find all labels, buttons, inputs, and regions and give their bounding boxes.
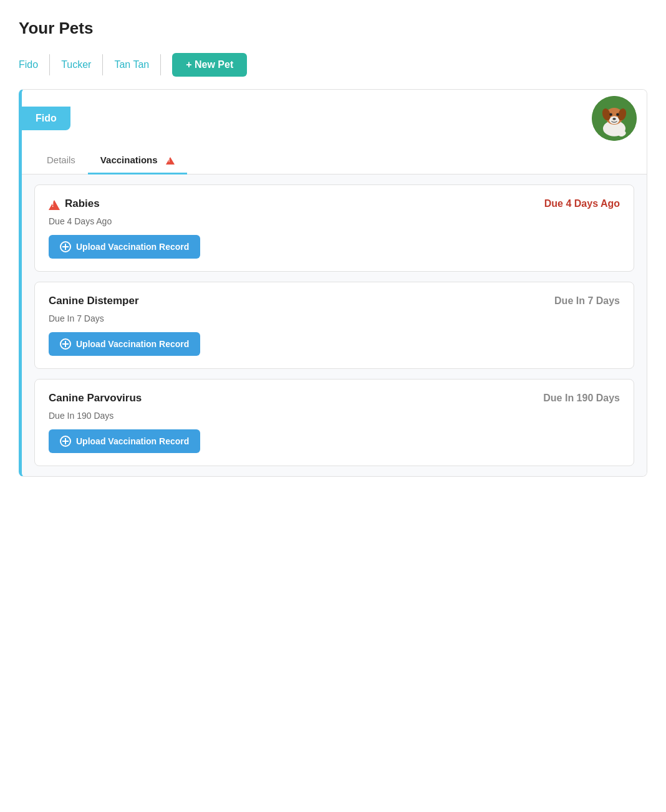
alert-icon: ! bbox=[163, 155, 175, 165]
tab-vaccinations[interactable]: Vaccinations ! bbox=[88, 147, 187, 174]
pet-tab-fido[interactable]: Fido bbox=[19, 54, 50, 75]
vax-card-distemper: Canine Distemper Due In 7 Days Due In 7 … bbox=[34, 282, 634, 369]
vax-name-distemper: Canine Distemper bbox=[49, 295, 139, 307]
pet-tab-tan-tan[interactable]: Tan Tan bbox=[103, 54, 161, 75]
vax-card-parvovirus: Canine Parvovirus Due In 190 Days Due In… bbox=[34, 379, 634, 466]
sub-tabs: Details Vaccinations ! bbox=[22, 147, 647, 174]
vax-due-right-rabies: Due 4 Days Ago bbox=[544, 198, 620, 209]
vaccinations-list: ! Rabies Due 4 Days Ago Due 4 Days Ago U… bbox=[22, 174, 647, 476]
vax-card-top-distemper: Canine Distemper Due In 7 Days bbox=[49, 295, 620, 307]
avatar bbox=[592, 96, 637, 141]
warning-triangle-icon: ! bbox=[49, 200, 60, 210]
new-pet-button[interactable]: + New Pet bbox=[172, 53, 247, 77]
svg-point-7 bbox=[616, 113, 619, 116]
vax-card-top: ! Rabies Due 4 Days Ago bbox=[49, 198, 620, 210]
upload-plus-icon bbox=[60, 241, 71, 252]
vax-due-right-distemper: Due In 7 Days bbox=[554, 295, 620, 307]
vax-due-right-parvovirus: Due In 190 Days bbox=[543, 393, 620, 404]
upload-vaccination-button-parvovirus[interactable]: Upload Vaccination Record bbox=[49, 429, 200, 453]
vax-card-rabies: ! Rabies Due 4 Days Ago Due 4 Days Ago U… bbox=[34, 184, 634, 272]
vax-name-parvovirus: Canine Parvovirus bbox=[49, 392, 142, 404]
upload-plus-icon-distemper bbox=[60, 338, 71, 350]
upload-vaccination-button-distemper[interactable]: Upload Vaccination Record bbox=[49, 332, 200, 356]
vax-name-rabies: ! Rabies bbox=[49, 198, 100, 210]
pet-name-badge: Fido bbox=[22, 107, 70, 130]
vax-due-sub-distemper: Due In 7 Days bbox=[49, 313, 620, 323]
upload-plus-icon-parvovirus bbox=[60, 436, 71, 447]
dog-avatar-svg bbox=[592, 96, 637, 141]
vax-due-sub-rabies: Due 4 Days Ago bbox=[49, 216, 620, 226]
vax-card-top-parvovirus: Canine Parvovirus Due In 190 Days bbox=[49, 392, 620, 404]
pet-tab-tucker[interactable]: Tucker bbox=[50, 54, 103, 75]
pet-panel: Fido bbox=[19, 89, 647, 477]
tab-details[interactable]: Details bbox=[34, 147, 88, 174]
svg-point-8 bbox=[612, 118, 615, 120]
pet-tabs-bar: Fido Tucker Tan Tan + New Pet bbox=[19, 53, 647, 77]
vax-due-sub-parvovirus: Due In 190 Days bbox=[49, 411, 620, 421]
pet-panel-header: Fido bbox=[22, 90, 647, 147]
page-title: Your Pets bbox=[19, 19, 647, 38]
svg-point-6 bbox=[609, 113, 612, 116]
upload-vaccination-button-rabies[interactable]: Upload Vaccination Record bbox=[49, 235, 200, 259]
